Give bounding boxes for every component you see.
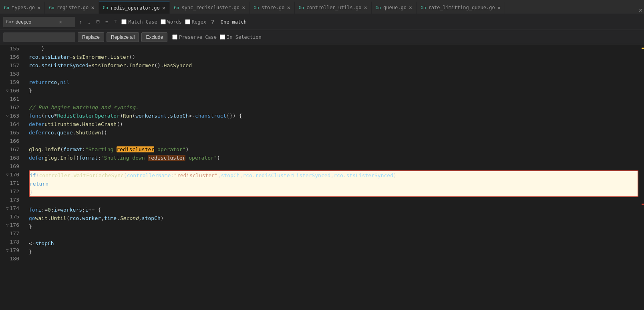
line-number: ▽163	[3, 112, 21, 120]
line-number: 178	[3, 238, 21, 246]
tab-label: types.go	[12, 5, 35, 10]
table-row	[29, 95, 638, 103]
table-row: }	[29, 248, 638, 256]
line-number: 159	[3, 78, 21, 86]
preserve-case-label[interactable]: Preserve Case	[172, 34, 217, 40]
fold-icon[interactable]: ▽	[6, 221, 8, 229]
help-button[interactable]: ?	[209, 18, 216, 26]
table-row: return rco, nil	[29, 78, 638, 86]
replace-all-button[interactable]: Replace all	[107, 32, 139, 42]
search-input[interactable]	[16, 19, 56, 25]
line-number: ▽179	[3, 246, 21, 254]
regex-label[interactable]: Regex	[185, 19, 206, 25]
tab-label: redis_operator.go	[111, 5, 160, 11]
table-row	[29, 197, 638, 206]
table-row: rco.stsLister = stsInformer.Lister()	[29, 53, 638, 61]
table-row: go wait.Until(rco.worker, time.Second, s…	[29, 214, 638, 222]
table-row: for i := 0; i < workers; i++ {	[29, 206, 638, 214]
table-row: }	[29, 86, 638, 95]
line-number: 168	[3, 154, 21, 162]
line-number: 165	[3, 128, 21, 137]
line-number: 167	[3, 145, 21, 154]
match-case-checkbox[interactable]	[121, 19, 127, 24]
line-number: 175	[3, 212, 21, 221]
table-row: func (rco *RedisClusterOperator) Run(wor…	[29, 112, 638, 120]
regex-checkbox[interactable]	[185, 19, 190, 24]
line-number: 173	[3, 196, 21, 204]
table-row: )	[29, 44, 638, 53]
table-row	[29, 162, 638, 170]
tab-bar: Go types.go × Go register.go × Go redis_…	[0, 0, 644, 14]
search-next-button[interactable]: ↓	[86, 18, 92, 26]
tab-controller-utils[interactable]: Go controller_utils.go ×	[295, 2, 372, 14]
table-row: defer utilruntime.HandleCrash()	[29, 120, 638, 128]
tab-register[interactable]: Go register.go ×	[45, 2, 99, 14]
select-all-occurrences-button[interactable]: ⊞	[95, 18, 101, 25]
tab-close-icon[interactable]: ×	[162, 5, 165, 11]
in-selection-checkbox[interactable]	[220, 34, 225, 40]
replace-button[interactable]: Replace	[78, 32, 104, 42]
tab-close-icon[interactable]: ×	[287, 5, 290, 10]
match-count: One match	[221, 19, 247, 25]
tab-types[interactable]: Go types.go ×	[0, 2, 45, 14]
table-row: }	[29, 222, 638, 231]
panel-close-button[interactable]: ×	[637, 7, 644, 14]
line-number: 156	[3, 53, 21, 61]
go-file-icon: Go	[49, 5, 54, 10]
fold-icon[interactable]: ▽	[6, 246, 8, 254]
fold-icon[interactable]: ▽	[6, 86, 8, 95]
line-number: 158	[3, 70, 21, 78]
go-file-icon: Go	[299, 5, 304, 10]
words-label[interactable]: Words	[161, 19, 182, 25]
code-content[interactable]: ) rco.stsLister = stsInformer.Lister() r…	[24, 44, 638, 310]
tab-queue[interactable]: Go queue.go ×	[372, 2, 417, 14]
tab-store[interactable]: Go store.go ×	[250, 2, 294, 14]
preserve-case-checkbox[interactable]	[172, 34, 177, 40]
go-file-icon: Go	[4, 5, 9, 10]
tab-sync-rediscluster[interactable]: Go sync_rediscluster.go ×	[170, 2, 250, 14]
right-gutter	[638, 44, 644, 310]
tab-close-icon[interactable]: ×	[91, 5, 94, 10]
table-row	[29, 231, 638, 239]
tab-redis-operator[interactable]: Go redis_operator.go ×	[99, 2, 170, 14]
tab-close-icon[interactable]: ×	[364, 5, 367, 10]
tab-rate-limitting[interactable]: Go rate_limitting_queue.go ×	[417, 2, 505, 14]
filter-results-button[interactable]: ⊤	[112, 18, 119, 25]
search-prev-button[interactable]: ↑	[78, 18, 84, 26]
clear-search-button[interactable]: ×	[57, 18, 64, 26]
tab-label: rate_limitting_queue.go	[429, 5, 495, 10]
replace-input[interactable]	[6, 34, 66, 40]
tab-close-icon[interactable]: ×	[497, 5, 501, 10]
table-row	[29, 256, 638, 264]
exclude-button[interactable]: Exclude	[141, 32, 167, 42]
toggle-search-details-button[interactable]: ≡	[104, 19, 109, 25]
line-number: 161	[3, 95, 21, 103]
tab-close-icon[interactable]: ×	[409, 5, 412, 10]
fold-icon[interactable]: ▽	[6, 112, 8, 120]
tab-close-icon[interactable]: ×	[37, 5, 40, 10]
tab-label: queue.go	[383, 5, 407, 10]
line-number: ▽176	[3, 221, 21, 229]
tab-label: controller_utils.go	[306, 5, 361, 10]
fold-icon[interactable]: ▽	[6, 204, 8, 212]
table-row: <-stopCh	[29, 239, 638, 248]
match-case-label[interactable]: Match Case	[121, 19, 157, 25]
line-number: 180	[3, 254, 21, 263]
fold-icon[interactable]: ▽	[6, 170, 8, 179]
line-number: ▽160	[3, 86, 21, 95]
minimap-marker-1	[642, 48, 644, 49]
table-row: }	[29, 188, 638, 197]
words-checkbox[interactable]	[161, 19, 166, 24]
in-selection-label[interactable]: In Selection	[220, 34, 262, 40]
line-number: ▽170	[3, 170, 21, 179]
search-bar: Go▾ × ↑ ↓ ⊞ ≡ ⊤ Match Case Words Regex ?…	[0, 14, 644, 30]
table-row: // Run begins watching and syncing.	[29, 103, 638, 112]
go-file-icon: Go	[376, 5, 381, 10]
go-file-icon: Go	[254, 5, 259, 10]
tab-close-icon[interactable]: ×	[242, 5, 245, 10]
replace-bar: Replace Replace all Exclude Preserve Cas…	[0, 30, 644, 44]
line-number: 169	[3, 162, 21, 170]
table-row: defer glog.Infof( format: "Shutting down…	[29, 154, 638, 162]
tab-label: register.go	[57, 5, 89, 10]
search-options: Match Case Words Regex ?	[121, 18, 215, 26]
